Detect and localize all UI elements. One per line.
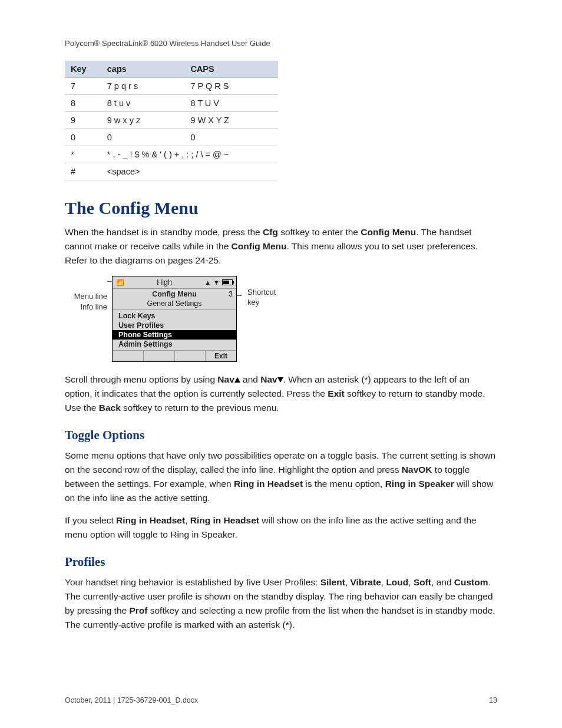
status-text: High (127, 278, 202, 286)
th-key: Key (65, 61, 101, 78)
screen-title: Config Menu (123, 290, 226, 298)
arrow-down-icon: ▼ (213, 279, 220, 286)
paragraph: Your handset ring behavior is establishe… (65, 575, 497, 632)
paragraph: Some menu options that have only two pos… (65, 449, 497, 505)
th-caps: caps (101, 61, 185, 78)
table-row: 0 0 0 (65, 129, 278, 146)
heading-config-menu: The Config Menu (65, 198, 497, 218)
table-row: # <space> (65, 163, 278, 180)
shortcut-number: 3 (226, 290, 233, 298)
paragraph: When the handset is in standby mode, pre… (65, 225, 497, 268)
table-row: 9 9 w x y z 9 W X Y Z (65, 112, 278, 129)
info-line: General Settings (113, 299, 236, 310)
label-info-line: Info line (65, 302, 107, 312)
status-bar: 📶 High ▲ ▼ (113, 276, 236, 289)
softkey (113, 351, 144, 361)
menu-item: Lock Keys (113, 311, 236, 321)
softkey-exit: Exit (206, 351, 236, 361)
footer-right: 13 (489, 696, 497, 704)
table-row: * * . - _ ! $ % & ' ( ) + , : ; / \ = @ … (65, 146, 278, 163)
config-menu-diagram: Menu line Info line 📶 High ▲ ▼ Config Me… (65, 276, 497, 362)
table-row: 7 7 p q r s 7 P Q R S (65, 78, 278, 95)
key-table: Key caps CAPS 7 7 p q r s 7 P Q R S 8 8 … (65, 61, 278, 180)
softkey (175, 351, 206, 361)
softkey (144, 351, 175, 361)
signal-icon: 📶 (116, 279, 124, 286)
menu-item-selected: Phone Settings (113, 330, 236, 340)
running-header: Polycom® SpectraLink® 6020 Wireless Hand… (65, 39, 497, 48)
battery-icon (222, 279, 233, 285)
menu-item: User Profiles (113, 321, 236, 330)
arrow-up-icon: ▲ (204, 279, 211, 286)
menu-list: Lock Keys User Profiles Phone Settings A… (113, 310, 236, 350)
paragraph: Scroll through menu options by using Nav… (65, 373, 497, 415)
paragraph: If you select Ring in Headset, Ring in H… (65, 513, 497, 542)
label-menu-line: Menu line (65, 291, 107, 302)
heading-profiles: Profiles (65, 555, 497, 569)
page-footer: October, 2011 | 1725-36729-001_D.docx 13 (65, 696, 497, 704)
table-row: 8 8 t u v 8 T U V (65, 95, 278, 112)
label-shortcut-key: Shortcut key (247, 288, 295, 308)
softkey-row: Exit (113, 350, 236, 361)
menu-item: Admin Settings (113, 340, 236, 349)
nav-up-icon (234, 377, 240, 383)
handset-screen: 📶 High ▲ ▼ Config Menu 3 General Setting… (112, 276, 237, 362)
footer-left: October, 2011 | 1725-36729-001_D.docx (65, 696, 198, 704)
th-CAPS: CAPS (184, 61, 278, 78)
heading-toggle-options: Toggle Options (65, 428, 497, 443)
nav-down-icon (277, 377, 283, 383)
